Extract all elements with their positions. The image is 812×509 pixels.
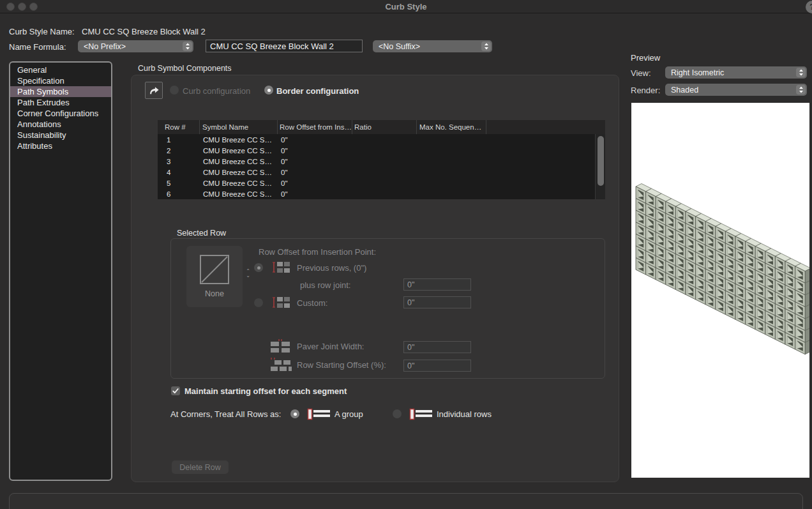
help-icon[interactable]: ?: [806, 1, 812, 13]
column-header[interactable]: Ratio: [352, 120, 417, 134]
table-cell: 2: [158, 147, 200, 155]
column-header[interactable]: Row Offset from Ins…: [278, 120, 352, 134]
table-cell: 0": [278, 190, 352, 198]
symbol-thumbnail-picker: ⌃⌄ None: [186, 246, 243, 307]
custom-offset-radio: [254, 298, 263, 307]
sidebar-item-sustainability[interactable]: Sustainability: [10, 130, 111, 141]
suffix-dropdown[interactable]: <No Suffix>: [373, 40, 492, 52]
checkmark-icon: [171, 386, 180, 395]
window-title: Curb Style: [0, 2, 812, 11]
table-cell: CMU Breeze CC S…: [200, 179, 278, 187]
bottom-button-panel: [9, 493, 803, 509]
sidebar-item-path-extrudes[interactable]: Path Extrudes: [10, 97, 111, 108]
sidebar-item-path-symbols[interactable]: Path Symbols: [10, 86, 111, 97]
sidebar-item-specification[interactable]: Specification: [10, 75, 111, 86]
delete-row-button: Delete Row: [172, 460, 229, 474]
column-header-filler: [486, 120, 605, 134]
components-table: Row #Symbol NameRow Offset from Ins…Rati…: [158, 120, 605, 199]
thumbnail-stepper-icon: ⌃⌄: [246, 269, 250, 278]
symbol-thumbnail-label: None: [186, 289, 243, 298]
none-diagonal-icon: [200, 255, 229, 284]
corners-label: At Corners, Treat All Rows as:: [170, 409, 281, 419]
table-cell: CMU Breeze CC S…: [200, 136, 278, 144]
selected-row-title: Selected Row: [177, 229, 226, 238]
table-header-row: Row #Symbol NameRow Offset from Ins…Rati…: [158, 120, 605, 134]
plus-row-joint-label: plus row joint:: [300, 280, 350, 290]
title-bar: Curb Style ?: [0, 0, 812, 13]
table-scrollbar[interactable]: [595, 134, 605, 199]
sidebar-item-general[interactable]: General: [10, 65, 111, 75]
table-row[interactable]: 1CMU Breeze CC S…0": [158, 134, 605, 145]
curb-configuration-radio: [170, 86, 179, 95]
individual-rows-radio[interactable]: [393, 409, 402, 418]
a-group-label: A group: [335, 409, 363, 419]
scrollbar-thumb[interactable]: [598, 136, 604, 186]
row-offset-heading: Row Offset from Insertion Point:: [259, 247, 376, 257]
chevron-up-down-icon: [481, 42, 491, 51]
table-row[interactable]: 2CMU Breeze CC S…0": [158, 145, 605, 156]
individual-rows-label: Individual rows: [437, 409, 492, 419]
render-dropdown-value: Shaded: [671, 86, 698, 95]
prefix-dropdown[interactable]: <No Prefix>: [78, 40, 193, 52]
paver-joint-width-icon: [270, 338, 290, 354]
table-body: 1CMU Breeze CC S…0"2CMU Breeze CC S…0"3C…: [158, 134, 605, 199]
a-group-radio[interactable]: [290, 409, 299, 418]
column-header[interactable]: Symbol Name: [200, 120, 278, 134]
preview-title: Preview: [631, 53, 660, 63]
table-cell: CMU Breeze CC S…: [200, 169, 278, 176]
column-header[interactable]: Max No. Sequen…: [417, 120, 486, 134]
view-label: View:: [631, 68, 651, 78]
table-row[interactable]: 5CMU Breeze CC S…0": [158, 178, 605, 188]
sidebar-item-annotations[interactable]: Annotations: [10, 119, 111, 130]
table-row[interactable]: 6CMU Breeze CC S…0": [158, 188, 605, 199]
table-cell: CMU Breeze CC S…: [200, 190, 278, 198]
border-configuration-radio[interactable]: [264, 86, 273, 95]
individual-rows-icon: [409, 408, 433, 420]
view-dropdown[interactable]: Right Isometric: [665, 66, 807, 79]
row-starting-offset-input: 0": [403, 360, 471, 372]
paver-joint-width-label: Paver Joint Width:: [297, 342, 365, 351]
maintain-offset-checkbox[interactable]: [171, 386, 180, 395]
edit-symbol-button[interactable]: [145, 82, 163, 99]
style-name-label: Curb Style Name:: [9, 27, 75, 36]
column-header[interactable]: Row #: [158, 120, 200, 134]
maintain-offset-label: Maintain starting offset for each segmen…: [184, 386, 347, 396]
row-starting-offset-label: Row Starting Offset (%):: [297, 360, 386, 370]
section-title: Curb Symbol Components: [138, 64, 232, 73]
table-cell: 5: [158, 179, 200, 187]
chevron-up-down-icon: [796, 85, 806, 95]
previous-rows-radio: [254, 263, 263, 272]
table-cell: CMU Breeze CC S…: [200, 147, 278, 155]
custom-offset-input: 0": [403, 296, 471, 308]
table-cell: 0": [278, 158, 352, 165]
table-row[interactable]: 3CMU Breeze CC S…0": [158, 156, 605, 167]
style-name-input[interactable]: [206, 40, 363, 52]
table-cell: 0": [278, 136, 352, 144]
paver-joint-width-input: 0": [403, 341, 471, 353]
chevron-up-down-icon: [796, 68, 806, 77]
curved-arrow-icon: [149, 86, 160, 95]
name-formula-label: Name Formula:: [9, 42, 66, 52]
table-cell: 0": [278, 147, 352, 155]
render-label: Render:: [631, 86, 660, 95]
row-starting-offset-icon: [270, 357, 292, 373]
plus-row-joint-input: 0": [403, 278, 471, 291]
table-row[interactable]: 4CMU Breeze CC S…0": [158, 167, 605, 178]
table-cell: 3: [158, 158, 200, 165]
previous-rows-label: Previous rows, (0"): [297, 263, 366, 273]
table-cell: CMU Breeze CC S…: [200, 158, 278, 165]
custom-offset-icon: [272, 295, 291, 310]
preview-canvas: [631, 103, 809, 478]
curb-configuration-label: Curb configuration: [183, 86, 250, 96]
a-group-icon: [307, 408, 331, 420]
previous-rows-icon: [272, 260, 291, 275]
sidebar-item-attributes[interactable]: Attributes: [10, 141, 111, 151]
sidebar-list: GeneralSpecificationPath SymbolsPath Ext…: [9, 61, 112, 481]
breeze-block-wall-preview: [631, 103, 809, 478]
custom-offset-label: Custom:: [297, 298, 327, 308]
table-cell: 6: [158, 190, 200, 198]
render-dropdown[interactable]: Shaded: [665, 84, 807, 96]
table-cell: 4: [158, 169, 200, 176]
curb-style-window: Curb Style ? Curb Style Name: CMU CC SQ …: [0, 0, 812, 509]
sidebar-item-corner-configurations[interactable]: Corner Configurations: [10, 108, 111, 119]
